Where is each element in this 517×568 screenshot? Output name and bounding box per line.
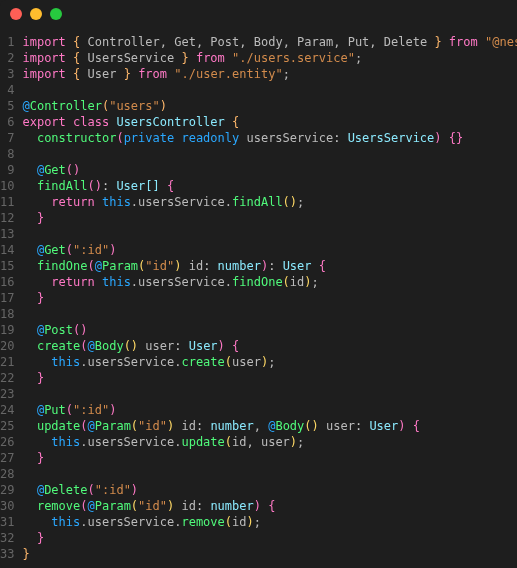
token-punct xyxy=(80,51,87,65)
token-punct xyxy=(66,51,73,65)
code-line[interactable] xyxy=(22,466,517,482)
token-punct xyxy=(80,67,87,81)
token-string: "users" xyxy=(109,99,160,113)
token-param-name: id xyxy=(181,419,195,433)
code-line[interactable]: this.usersService.remove(id); xyxy=(22,514,517,530)
code-line[interactable]: remove(@Param("id") id: number) { xyxy=(22,498,517,514)
token-punct xyxy=(22,259,36,273)
code-line[interactable] xyxy=(22,226,517,242)
token-comma: , xyxy=(196,35,210,49)
line-number: 2 xyxy=(0,50,14,66)
token-param-name: id xyxy=(181,499,195,513)
token-semi: ; xyxy=(283,67,290,81)
token-string: "./users.service" xyxy=(232,51,355,65)
token-kw-class: class xyxy=(73,115,109,129)
token-ident: id xyxy=(232,515,246,529)
code-line[interactable]: @Controller("users") xyxy=(22,98,517,114)
token-kw-import: import xyxy=(22,35,65,49)
code-line[interactable]: export class UsersController { xyxy=(22,114,517,130)
code-line[interactable]: } xyxy=(22,210,517,226)
token-paren2: ( xyxy=(225,355,232,369)
token-punct xyxy=(22,179,36,193)
token-punct xyxy=(442,35,449,49)
code-line[interactable]: } xyxy=(22,530,517,546)
code-editor[interactable]: 1234567891011121314151617181920212223242… xyxy=(0,28,517,568)
code-line[interactable]: import { User } from "./user.entity"; xyxy=(22,66,517,82)
token-punct xyxy=(22,403,36,417)
line-number: 33 xyxy=(0,546,14,562)
token-brace2: () xyxy=(73,323,87,337)
code-line[interactable]: } xyxy=(22,370,517,386)
token-semi: ; xyxy=(268,355,275,369)
code-line[interactable]: @Put(":id") xyxy=(22,402,517,418)
code-line[interactable]: return this.usersService.findOne(id); xyxy=(22,274,517,290)
token-brace2: ( xyxy=(66,403,73,417)
token-paren2: ( xyxy=(225,515,232,529)
token-brace2: () xyxy=(66,163,80,177)
token-brace2: ) xyxy=(131,483,138,497)
token-string: "./user.entity" xyxy=(174,67,282,81)
code-line[interactable]: return this.usersService.findAll(); xyxy=(22,194,517,210)
code-line[interactable]: constructor(private readonly usersServic… xyxy=(22,130,517,146)
token-brace2: } xyxy=(37,451,44,465)
minimize-icon[interactable] xyxy=(30,8,42,20)
code-line[interactable]: } xyxy=(22,290,517,306)
token-kw-this: this xyxy=(51,435,80,449)
code-line[interactable]: @Get() xyxy=(22,162,517,178)
token-brace2: { xyxy=(232,339,239,353)
code-line[interactable]: @Post() xyxy=(22,322,517,338)
token-ident: Param xyxy=(297,35,333,49)
token-punct xyxy=(66,67,73,81)
token-punct xyxy=(319,419,326,433)
token-punct xyxy=(66,35,73,49)
token-brace2: ( xyxy=(88,483,95,497)
code-line[interactable]: findAll(): User[] { xyxy=(22,178,517,194)
token-semi: ; xyxy=(312,275,319,289)
token-kw-import: import xyxy=(22,51,65,65)
token-comma: , xyxy=(246,435,260,449)
line-number: 23 xyxy=(0,386,14,402)
token-brace2: } xyxy=(37,371,44,385)
token-dot: . xyxy=(80,515,87,529)
token-ident: Body xyxy=(254,35,283,49)
token-punct: : xyxy=(196,419,210,433)
code-line[interactable] xyxy=(22,146,517,162)
close-icon[interactable] xyxy=(10,8,22,20)
token-paren2: ( xyxy=(131,419,138,433)
code-line[interactable] xyxy=(22,306,517,322)
editor-window: 1234567891011121314151617181920212223242… xyxy=(0,0,517,568)
token-punct: : xyxy=(196,499,210,513)
code-line[interactable]: this.usersService.create(user); xyxy=(22,354,517,370)
titlebar xyxy=(0,0,517,28)
token-ident: UsersService xyxy=(88,51,175,65)
code-line[interactable]: } xyxy=(22,450,517,466)
token-brace: } xyxy=(434,35,441,49)
line-number: 7 xyxy=(0,130,14,146)
code-line[interactable]: import { UsersService } from "./users.se… xyxy=(22,50,517,66)
code-line[interactable]: @Get(":id") xyxy=(22,242,517,258)
code-line[interactable] xyxy=(22,82,517,98)
token-brace2: { xyxy=(413,419,420,433)
code-content[interactable]: import { Controller, Get, Post, Body, Pa… xyxy=(22,34,517,562)
token-decorator-at: @ xyxy=(88,499,95,513)
token-punct xyxy=(22,435,51,449)
line-number: 28 xyxy=(0,466,14,482)
token-param-name: user xyxy=(326,419,355,433)
code-line[interactable]: } xyxy=(22,546,517,562)
token-kw-this: this xyxy=(102,195,131,209)
code-line[interactable]: create(@Body() user: User) { xyxy=(22,338,517,354)
line-number: 6 xyxy=(0,114,14,130)
token-brace2: } xyxy=(37,291,44,305)
token-decorator-name: Get xyxy=(44,243,66,257)
token-decorator-name: Body xyxy=(95,339,124,353)
code-line[interactable]: @Delete(":id") xyxy=(22,482,517,498)
code-line[interactable]: import { Controller, Get, Post, Body, Pa… xyxy=(22,34,517,50)
token-name-method: create xyxy=(181,355,224,369)
line-number: 24 xyxy=(0,402,14,418)
code-line[interactable] xyxy=(22,386,517,402)
code-line[interactable]: this.usersService.update(id, user); xyxy=(22,434,517,450)
code-line[interactable]: findOne(@Param("id") id: number): User { xyxy=(22,258,517,274)
token-brace2: ( xyxy=(80,499,87,513)
code-line[interactable]: update(@Param("id") id: number, @Body() … xyxy=(22,418,517,434)
zoom-icon[interactable] xyxy=(50,8,62,20)
